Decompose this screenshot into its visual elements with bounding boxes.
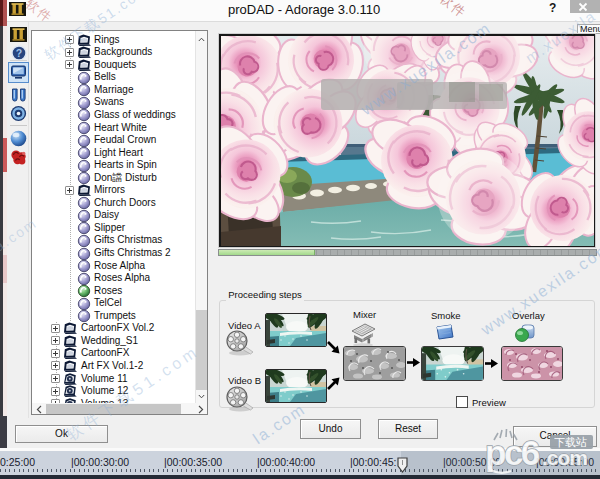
svg-text:pc6: pc6 [485,433,540,472]
svg-text:下载站: 下载站 [554,436,587,448]
svg-text:?: ? [16,47,22,59]
svg-text:.com: .com [542,446,587,469]
